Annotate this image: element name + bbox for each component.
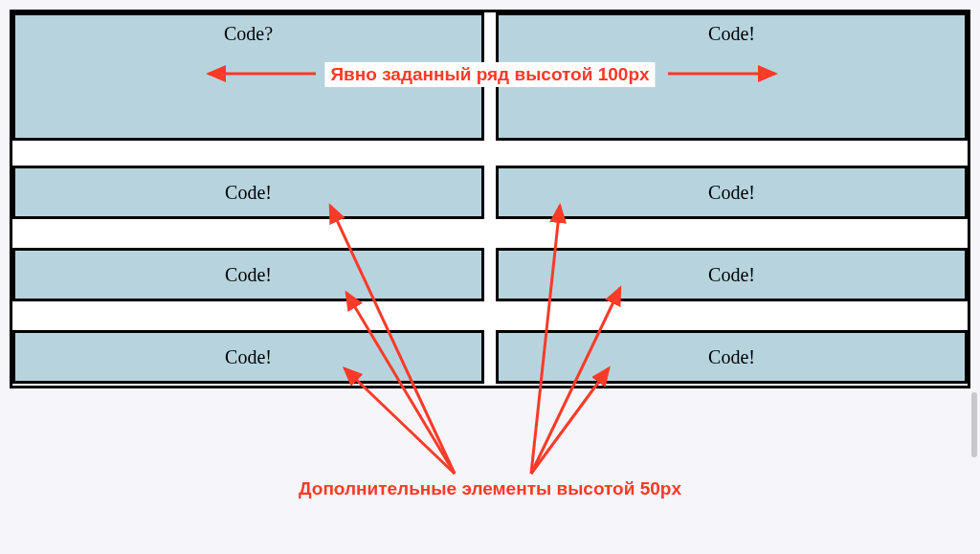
cell-label: Code!	[708, 182, 755, 203]
cell-3-0: Code!	[12, 330, 484, 384]
cell-1-0: Code!	[12, 166, 484, 219]
scrollbar-thumb[interactable]	[971, 392, 977, 457]
annotation-row-height: Явно заданный ряд высотой 100px	[324, 62, 655, 87]
cell-2-1: Code!	[496, 248, 968, 301]
cell-2-0: Code!	[12, 248, 484, 301]
cell-label: Code?	[224, 23, 273, 44]
cell-label: Code!	[708, 346, 755, 367]
cell-1-1: Code!	[496, 166, 968, 219]
cell-label: Code!	[708, 264, 755, 285]
cell-label: Code!	[225, 264, 272, 285]
cell-label: Code!	[225, 182, 272, 203]
annotation-extra-elements: Дополнительные элементы высотой 50px	[299, 478, 681, 499]
cell-label: Code!	[225, 346, 272, 367]
cell-3-1: Code!	[496, 330, 968, 384]
cell-label: Code!	[708, 23, 755, 44]
